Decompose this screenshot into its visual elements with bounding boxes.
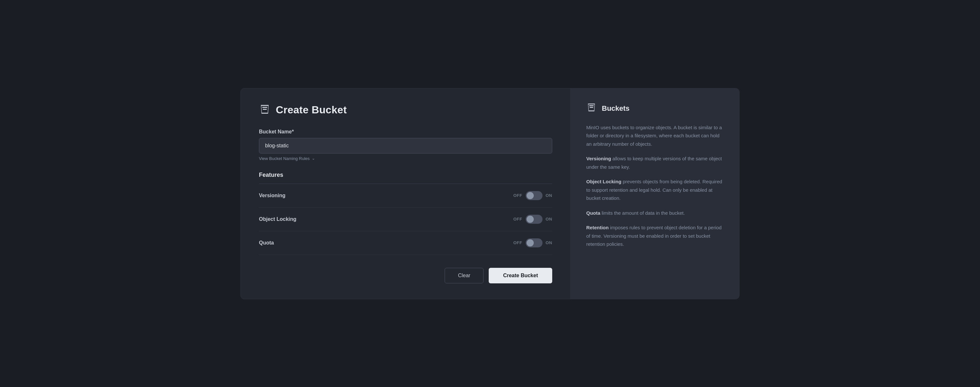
info-paragraph-2: Versioning allows to keep multiple versi… — [586, 154, 724, 171]
quota-off-label: OFF — [513, 240, 522, 245]
info-paragraph-5: Retention imposes rules to prevent objec… — [586, 224, 724, 248]
info-bucket-icon — [586, 103, 597, 114]
quota-toggle-container: OFF ON — [513, 238, 552, 247]
naming-rules-link[interactable]: View Bucket Naming Rules ⌄ — [259, 156, 315, 161]
create-bucket-button[interactable]: Create Bucket — [489, 268, 552, 283]
versioning-on-label: ON — [546, 193, 552, 198]
bucket-icon — [259, 104, 270, 116]
info-paragraph-3: Object Locking prevents objects from bei… — [586, 178, 724, 202]
quota-label: Quota — [259, 240, 274, 246]
object-locking-row: Object Locking OFF ON — [259, 208, 552, 231]
bucket-name-label: Bucket Name* — [259, 129, 552, 135]
bucket-name-group: Bucket Name* View Bucket Naming Rules ⌄ — [259, 129, 552, 161]
quota-on-label: ON — [546, 240, 552, 245]
versioning-label: Versioning — [259, 193, 285, 198]
object-locking-label: Object Locking — [259, 216, 296, 222]
versioning-toggle-container: OFF ON — [513, 191, 552, 200]
info-header: Buckets — [586, 103, 724, 114]
object-locking-toggle-container: OFF ON — [513, 215, 552, 224]
versioning-row: Versioning OFF ON — [259, 184, 552, 208]
features-title: Features — [259, 171, 552, 184]
clear-button[interactable]: Clear — [445, 268, 484, 283]
info-paragraph-4: Quota limits the amount of data in the b… — [586, 209, 724, 217]
object-locking-toggle[interactable] — [526, 215, 542, 224]
page-title: Create Bucket — [276, 104, 347, 116]
info-paragraph-1: MinIO uses buckets to organize objects. … — [586, 124, 724, 148]
versioning-toggle[interactable] — [526, 191, 542, 200]
left-panel: Create Bucket Bucket Name* View Bucket N… — [241, 89, 571, 299]
versioning-thumb — [527, 192, 534, 199]
bucket-name-input[interactable] — [259, 138, 552, 154]
chevron-down-icon: ⌄ — [312, 156, 315, 161]
info-title: Buckets — [602, 104, 630, 113]
quota-thumb — [527, 239, 534, 246]
main-container: Create Bucket Bucket Name* View Bucket N… — [240, 88, 740, 299]
versioning-off-label: OFF — [513, 193, 522, 198]
object-locking-thumb — [527, 216, 534, 223]
object-locking-on-label: ON — [546, 217, 552, 222]
page-header: Create Bucket — [259, 104, 552, 116]
info-body: MinIO uses buckets to organize objects. … — [586, 124, 724, 248]
object-locking-off-label: OFF — [513, 217, 522, 222]
actions-row: Clear Create Bucket — [259, 268, 552, 283]
features-section: Features Versioning OFF ON Object Lockin… — [259, 171, 552, 255]
right-panel: Buckets MinIO uses buckets to organize o… — [571, 89, 739, 299]
quota-toggle[interactable] — [526, 238, 542, 247]
quota-row: Quota OFF ON — [259, 231, 552, 255]
